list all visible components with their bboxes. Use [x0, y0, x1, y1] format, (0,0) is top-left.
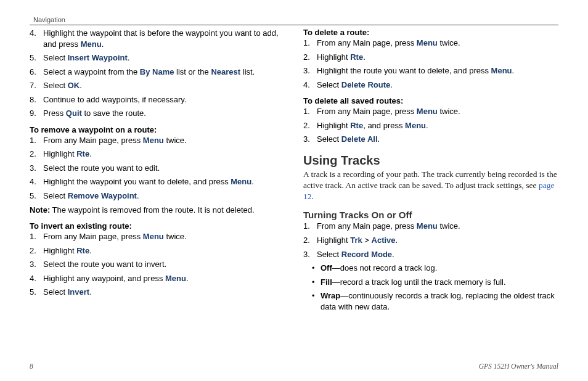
- list-item: From any Main page, press Menu twice.: [303, 221, 558, 232]
- list-item: Select OK.: [30, 80, 285, 91]
- procedure-title: To remove a waypoint on a route:: [30, 125, 285, 134]
- list-item: Select Delete All.: [303, 134, 558, 145]
- list-item: Select the route you want to edit.: [30, 163, 285, 174]
- procedure-title: To delete all saved routes:: [303, 96, 558, 105]
- subhead-turning-tracks: Turning Tracks On or Off: [303, 210, 558, 220]
- list-item: Highlight Trk > Active.: [303, 235, 558, 246]
- header-rule: [30, 25, 558, 25]
- bullet-item: Wrap—continuously records a track log, r…: [303, 290, 558, 312]
- procedure-invert-route: From any Main page, press Menu twice. Hi…: [30, 231, 285, 298]
- procedure-turning-tracks: From any Main page, press Menu twice. Hi…: [303, 221, 558, 260]
- list-item: Select Remove Waypoint.: [30, 190, 285, 202]
- procedure-remove-waypoint: From any Main page, press Menu twice. Hi…: [30, 135, 285, 202]
- record-mode-bullets: Off—does not record a track log. Fill—re…: [303, 263, 558, 312]
- content-columns: Highlight the waypoint that is before th…: [30, 28, 558, 315]
- bullet-item: Off—does not record a track log.: [303, 263, 558, 274]
- list-item: Highlight the waypoint you want to delet…: [30, 176, 285, 187]
- list-item: Highlight any waypoint, and press Menu.: [30, 273, 285, 284]
- bullet-item: Fill—record a track log until the track …: [303, 277, 558, 288]
- procedure-delete-all-routes: From any Main page, press Menu twice. Hi…: [303, 106, 558, 145]
- procedure-title: To invert an existing route:: [30, 221, 285, 231]
- note: Note: The waypoint is removed from the r…: [30, 205, 285, 216]
- steps-continued: Highlight the waypoint that is before th…: [30, 28, 285, 119]
- list-item: Highlight Rte.: [30, 245, 285, 256]
- right-column: To delete a route: From any Main page, p…: [303, 28, 558, 315]
- list-item: Highlight the waypoint that is before th…: [30, 28, 285, 49]
- list-item: Continue to add waypoints, if necessary.: [30, 94, 285, 105]
- list-item: Highlight Rte.: [303, 52, 558, 63]
- page-footer: 8 GPS 152H Owner's Manual: [30, 363, 558, 370]
- list-item: From any Main page, press Menu twice.: [30, 135, 285, 146]
- list-item: Select Invert.: [30, 287, 285, 298]
- list-item: Press Quit to save the route.: [30, 108, 285, 119]
- list-item: Select Record Mode.: [303, 249, 558, 260]
- procedure-delete-route: From any Main page, press Menu twice. Hi…: [303, 38, 558, 90]
- list-item: Highlight Rte.: [30, 149, 285, 160]
- list-item: Select Insert Waypoint.: [30, 52, 285, 63]
- list-item: Highlight the route you want to delete, …: [303, 65, 558, 76]
- section-title-using-tracks: Using Tracks: [303, 154, 558, 168]
- list-item: From any Main page, press Menu twice.: [30, 231, 285, 242]
- section-body: A track is a recording of your path. The…: [303, 169, 558, 203]
- list-item: Select Delete Route.: [303, 80, 558, 91]
- list-item: From any Main page, press Menu twice.: [303, 38, 558, 49]
- page-number: 8: [30, 363, 33, 370]
- procedure-title: To delete a route:: [303, 28, 558, 37]
- manual-title: GPS 152H Owner's Manual: [479, 363, 558, 370]
- list-item: Highlight Rte, and press Menu.: [303, 120, 558, 131]
- left-column: Highlight the waypoint that is before th…: [30, 28, 285, 315]
- list-item: Select a waypoint from the By Name list …: [30, 67, 285, 78]
- list-item: Select the route you want to invert.: [30, 259, 285, 270]
- list-item: From any Main page, press Menu twice.: [303, 106, 558, 117]
- page-header: Navigation: [30, 16, 558, 23]
